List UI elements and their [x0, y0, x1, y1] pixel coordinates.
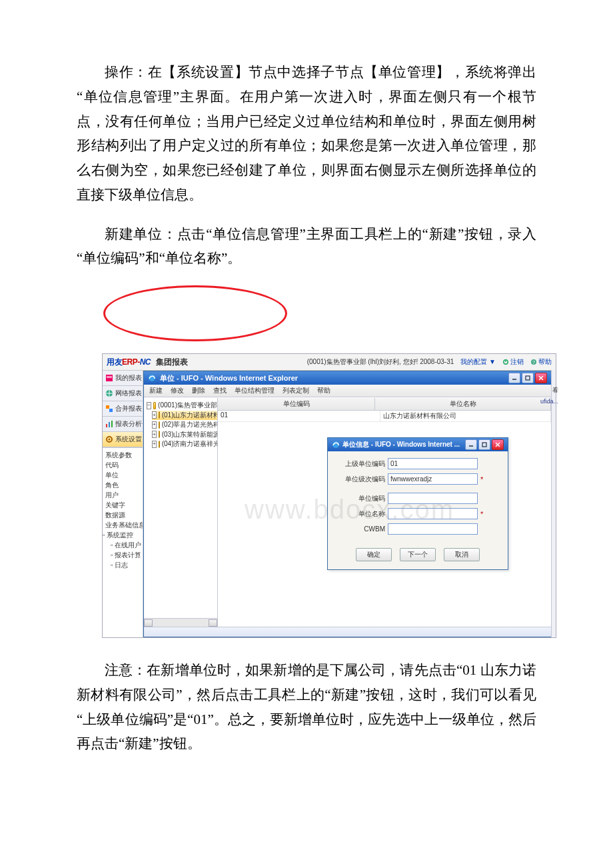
tree-label: 在线用户	[115, 541, 141, 549]
input-parent-code[interactable]	[388, 458, 478, 469]
dialog-titlebar[interactable]: 单位信息 - IUFO - Windows Internet ...	[328, 438, 508, 451]
tree-keyword[interactable]: 关键字	[105, 500, 143, 510]
tree-online-users[interactable]: ▫ 在线用户	[105, 540, 143, 550]
menu-find[interactable]: 查找	[213, 386, 227, 395]
cancel-button[interactable]: 取消	[444, 548, 480, 561]
svg-rect-5	[107, 376, 112, 377]
svg-rect-8	[106, 405, 109, 409]
tree-biz-base[interactable]: 业务基础信息	[105, 520, 143, 530]
dialog-close-button[interactable]	[492, 439, 504, 450]
svg-rect-6	[107, 377, 112, 378]
menu-edit[interactable]: 修改	[171, 386, 184, 395]
help-label: 帮助	[538, 358, 552, 365]
window-titlebar[interactable]: 单位 - IUFO - Windows Internet Explorer	[144, 371, 551, 385]
folder-icon	[159, 421, 160, 429]
screenshot: 用友ERP-NC 集团报表 (0001)集热管事业部 (lhl)刘好利, 您好!…	[102, 353, 556, 638]
window-title: 单位 - IUFO - Windows Internet Explorer	[160, 373, 298, 383]
tree-item-03[interactable]: +(03)山东莱特新能源有	[152, 430, 217, 440]
nav-label: 报表分析平台	[115, 419, 143, 429]
folder-icon	[159, 411, 160, 419]
globe-icon	[105, 389, 113, 397]
tree-report-calc[interactable]: ▫ 报表计算	[105, 550, 143, 560]
my-config-link[interactable]: 我的配置 ▼	[460, 357, 496, 367]
menu-help[interactable]: 帮助	[317, 386, 330, 395]
menu-unit-structure[interactable]: 单位结构管理	[235, 386, 275, 395]
next-button[interactable]: 下一个	[400, 548, 436, 561]
window-statusbar	[144, 627, 551, 637]
tree-unit[interactable]: 单位	[105, 470, 143, 480]
expand-icon[interactable]: +	[152, 421, 157, 429]
tree-item-02[interactable]: +(02)莘县力诺光热科技	[152, 420, 217, 430]
expand-icon[interactable]: +	[152, 411, 157, 419]
tree-monitor-root[interactable]: ▫ 系统监控	[103, 530, 143, 540]
nav-network-reports[interactable]: 网络报表	[103, 386, 143, 401]
label-unit-code: 单位编码	[337, 494, 385, 503]
logout-link[interactable]: 注销	[502, 357, 524, 367]
erp-brand-nc: NC	[140, 357, 151, 367]
menu-list-customize[interactable]: 列表定制	[283, 386, 309, 395]
right-edge-strip	[551, 370, 556, 637]
help-link[interactable]: ?帮助	[530, 357, 552, 367]
nav-label: 合并报表	[115, 404, 142, 413]
expand-icon[interactable]: +	[152, 431, 157, 438]
unit-info-dialog: 单位信息 - IUFO - Windows Internet ... 上级单位编…	[327, 437, 508, 570]
erp-brand-en: ERP-	[122, 357, 140, 367]
logout-icon	[502, 359, 509, 365]
nav-system-settings[interactable]: 系统设置	[103, 432, 143, 447]
tree-root[interactable]: −(0001)集热管事业部	[147, 401, 217, 411]
ok-button[interactable]: 确定	[356, 548, 392, 561]
col-code[interactable]: 单位编码	[218, 398, 375, 410]
tree-item-01[interactable]: +(01)山东力诺新材料有	[152, 411, 217, 421]
minimize-button[interactable]	[508, 373, 520, 383]
svg-rect-12	[111, 421, 113, 427]
tree-code[interactable]: 代码	[105, 460, 143, 470]
col-name[interactable]: 单位名称	[375, 398, 551, 410]
tree-role[interactable]: 角色	[105, 480, 143, 490]
erp-status: (0001)集热管事业部 (lhl)刘好利, 您好! 2008-03-31	[307, 357, 454, 367]
folder-icon	[159, 441, 160, 448]
tree-label: (04)济南力诺嘉祥光热	[162, 439, 218, 449]
svg-rect-22	[482, 443, 486, 447]
dialog-maximize-button[interactable]	[478, 439, 490, 450]
input-cwbm[interactable]	[388, 523, 478, 535]
unit-tree-pane: −(0001)集热管事业部 +(01)山东力诺新材料有 +(02)莘县力诺光热科…	[144, 398, 218, 627]
left-nav: 我的报表 网络报表 合并报表 报表分析平台 系统设置 系统参数 代码 单位 角色…	[103, 371, 143, 637]
required-mark: *	[480, 475, 486, 483]
nav-analysis[interactable]: 报表分析平台	[103, 417, 143, 432]
expand-icon[interactable]: +	[152, 441, 157, 448]
tree-label: (0001)集热管事业部	[158, 401, 217, 411]
nav-label: 我的报表	[115, 373, 142, 383]
horizontal-scrollbar[interactable]	[144, 618, 217, 627]
tree-log[interactable]: ▫ 日志	[105, 560, 143, 570]
svg-rect-9	[109, 409, 113, 412]
menu-delete[interactable]: 删除	[192, 386, 205, 395]
dialog-minimize-button[interactable]	[465, 439, 477, 450]
merge-icon	[105, 405, 113, 413]
paragraph-2: 新建单位：点击“单位信息管理”主界面工具栏上的“新建”按钮，录入“单位编码”和“…	[77, 222, 536, 271]
paragraph-3: 注意：在新增单位时，如果新增的是下属公司，请先点击“01 山东力诺新材料有限公司…	[77, 658, 536, 756]
input-unit-code[interactable]	[388, 493, 478, 504]
erp-header: 用友ERP-NC 集团报表 (0001)集热管事业部 (lhl)刘好利, 您好!…	[103, 354, 556, 371]
red-ellipse-annotation	[103, 285, 287, 341]
tree-label: (03)山东莱特新能源有	[162, 430, 218, 440]
table-row[interactable]: 01 山东力诺新材料有限公司	[218, 411, 551, 422]
tree-label: 报表计算	[115, 551, 141, 559]
tree-label: 系统监控	[107, 531, 133, 539]
label-parent-code: 上级单位编码	[337, 459, 385, 469]
erp-brand-cn: 用友	[107, 357, 122, 367]
close-button[interactable]	[535, 373, 547, 383]
tree-system-params[interactable]: 系统参数	[105, 450, 143, 460]
cut-text-2: ufida...	[540, 398, 558, 405]
nav-merge-reports[interactable]: 合并报表	[103, 401, 143, 417]
input-level-code[interactable]	[388, 473, 478, 485]
nav-my-reports[interactable]: 我的报表	[103, 371, 143, 386]
report-icon	[105, 374, 113, 382]
menu-new[interactable]: 新建	[149, 386, 163, 395]
tree-datasource[interactable]: 数据源	[105, 510, 143, 520]
tree-user[interactable]: 用户	[105, 490, 143, 500]
input-unit-name[interactable]	[388, 508, 478, 519]
tree-item-04[interactable]: +(04)济南力诺嘉祥光热	[152, 439, 217, 449]
ie-icon	[148, 374, 156, 382]
collapse-icon[interactable]: −	[147, 402, 151, 409]
maximize-button[interactable]	[522, 373, 534, 383]
